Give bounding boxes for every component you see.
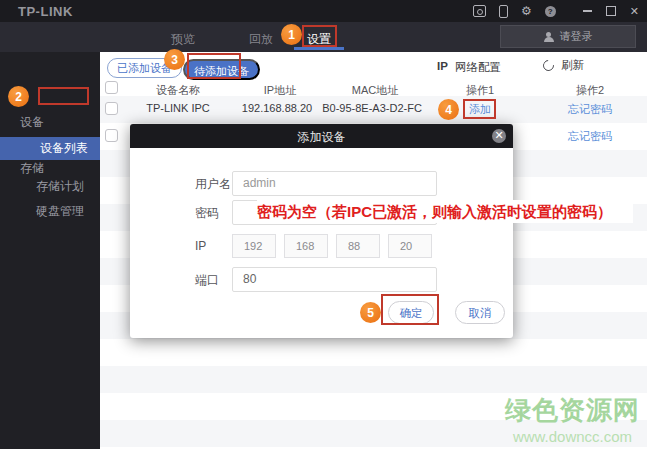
refresh-icon [541, 58, 556, 73]
refresh-label: 刷新 [561, 58, 584, 73]
sidebar-item-disk-management[interactable]: 硬盘管理 [36, 203, 84, 220]
step-badge-5: 5 [360, 302, 381, 323]
network-config-label: 网络配置 [455, 60, 501, 75]
refresh-button[interactable]: 刷新 [543, 58, 584, 73]
annotation-box-pending-devices [187, 53, 241, 79]
sidebar-section-storage[interactable]: 存储 [20, 160, 44, 177]
ip-octet-field[interactable]: 192 [232, 234, 276, 258]
tab-playback[interactable]: 回放 [249, 31, 273, 48]
username-field[interactable]: admin [232, 171, 437, 196]
ip-icon: IP [437, 60, 448, 75]
row-checkbox[interactable] [105, 129, 118, 142]
username-label: 用户名 [195, 176, 231, 193]
sidebar: 设备 设备列表 存储 存储计划 硬盘管理 [0, 52, 100, 449]
titlebar-icons: ⚙ ? ✕ [473, 0, 639, 22]
titlebar: TP-LINK ⚙ ? ✕ [0, 0, 647, 22]
password-label: 密码 [195, 205, 219, 222]
device-mac-cell: B0-95-8E-A3-D2-FC [322, 102, 422, 114]
ip-octet-field[interactable]: 88 [336, 234, 380, 258]
step-badge-3: 3 [164, 49, 185, 70]
cancel-button[interactable]: 取消 [455, 301, 505, 324]
client-monitor-icon[interactable] [473, 5, 486, 17]
maximize-button[interactable] [606, 6, 616, 16]
device-ip-cell: 192.168.88.20 [242, 102, 312, 114]
port-label: 端口 [195, 272, 219, 289]
dialog-title: 添加设备 [130, 129, 513, 146]
sidebar-section-device[interactable]: 设备 [20, 114, 44, 131]
network-config-button[interactable]: IP 网络配置 [437, 60, 501, 75]
add-device-dialog: 添加设备 ✕ 用户名 admin 密码 IP 192 168 88 20 端口 … [130, 124, 513, 338]
phone-icon[interactable] [499, 5, 508, 18]
step-badge-2: 2 [8, 86, 29, 107]
ip-label: IP [195, 239, 206, 253]
annotation-box-settings-tab [302, 25, 337, 47]
sidebar-item-device-list[interactable]: 设备列表 [0, 137, 100, 160]
port-field[interactable]: 80 [232, 267, 437, 292]
password-note: 密码为空（若IPC已激活，则输入激活时设置的密码） [257, 200, 633, 223]
active-tab-underline [294, 47, 344, 50]
sidebar-item-label: 设备列表 [40, 140, 88, 157]
ip-octet-field[interactable]: 20 [388, 234, 432, 258]
gear-icon[interactable]: ⚙ [521, 5, 532, 17]
row-checkbox[interactable] [105, 102, 118, 115]
minimize-button[interactable] [583, 10, 592, 12]
help-icon[interactable]: ? [545, 6, 556, 17]
sidebar-item-storage-plan[interactable]: 存储计划 [36, 178, 84, 195]
step-badge-1: 1 [281, 24, 302, 45]
forgot-password-link[interactable]: 忘记密码 [568, 102, 612, 117]
device-name-cell: TP-LINK IPC [146, 102, 210, 114]
ip-octet-field[interactable]: 168 [284, 234, 328, 258]
annotation-box-ok-button [381, 294, 439, 325]
dialog-close-icon[interactable]: ✕ [492, 129, 506, 143]
tab-preview[interactable]: 预览 [171, 31, 195, 48]
select-all-checkbox[interactable] [105, 81, 118, 94]
user-icon [544, 32, 554, 42]
login-button[interactable]: 请登录 [500, 25, 636, 48]
step-badge-4: 4 [438, 99, 459, 120]
tплink-logo: TP-LINK [18, 4, 73, 19]
forgot-password-link[interactable]: 忘记密码 [568, 129, 612, 144]
login-label: 请登录 [560, 29, 593, 44]
annotation-box-device-list [38, 87, 89, 105]
annotation-box-add-link [463, 99, 496, 119]
app-window: TP-LINK ⚙ ? ✕ 预览 回放 设置 请登录 设备 设备列表 存储 存储… [0, 0, 647, 449]
close-button[interactable]: ✕ [630, 6, 639, 17]
window-controls: ✕ [583, 6, 639, 17]
dialog-header: 添加设备 ✕ [130, 124, 513, 148]
